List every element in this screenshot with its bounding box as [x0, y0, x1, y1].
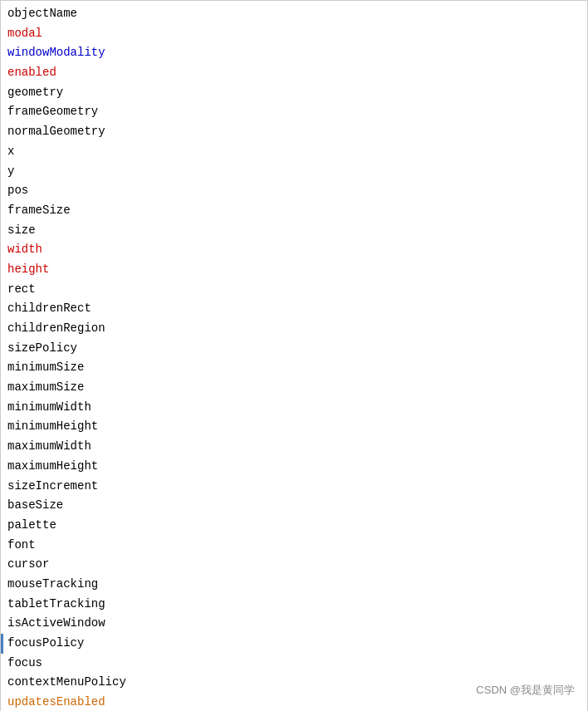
list-item[interactable]: maximumHeight	[1, 457, 587, 477]
list-item[interactable]: childrenRect	[1, 299, 587, 319]
list-item[interactable]: frameGeometry	[1, 102, 587, 122]
list-item[interactable]: height	[1, 260, 587, 280]
list-item[interactable]: maximumWidth	[1, 437, 587, 457]
list-item[interactable]: frameSize	[1, 201, 587, 221]
list-item[interactable]: sizeIncrement	[1, 477, 587, 497]
watermark: CSDN @我是黄同学	[476, 683, 575, 698]
list-item[interactable]: isActiveWindow	[1, 614, 587, 634]
property-list: objectNamemodalwindowModalityenabledgeom…	[0, 0, 588, 711]
list-item[interactable]: sizePolicy	[1, 339, 587, 359]
list-item[interactable]: modal	[1, 24, 587, 44]
list-item[interactable]: focus	[1, 654, 587, 674]
list-item[interactable]: maximumSize	[1, 378, 587, 398]
list-item[interactable]: width	[1, 240, 587, 260]
list-item[interactable]: minimumSize	[1, 358, 587, 378]
list-item[interactable]: rect	[1, 280, 587, 300]
list-item[interactable]: cursor	[1, 555, 587, 575]
list-item[interactable]: x	[1, 142, 587, 162]
list-item[interactable]: normalGeometry	[1, 122, 587, 142]
list-item[interactable]: focusPolicy	[1, 634, 587, 654]
list-item[interactable]: objectName	[1, 4, 587, 24]
list-item[interactable]: font	[1, 536, 587, 556]
list-item[interactable]: mouseTracking	[1, 575, 587, 595]
list-item[interactable]: enabled	[1, 63, 587, 83]
list-item[interactable]: pos	[1, 181, 587, 201]
list-item[interactable]: tabletTracking	[1, 595, 587, 615]
list-item[interactable]: size	[1, 221, 587, 241]
list-item[interactable]: y	[1, 162, 587, 182]
list-item[interactable]: childrenRegion	[1, 319, 587, 339]
list-item[interactable]: minimumHeight	[1, 417, 587, 437]
list-item[interactable]: windowModality	[1, 43, 587, 63]
list-item[interactable]: geometry	[1, 83, 587, 103]
list-item[interactable]: minimumWidth	[1, 398, 587, 418]
list-item[interactable]: baseSize	[1, 496, 587, 516]
list-item[interactable]: palette	[1, 516, 587, 536]
